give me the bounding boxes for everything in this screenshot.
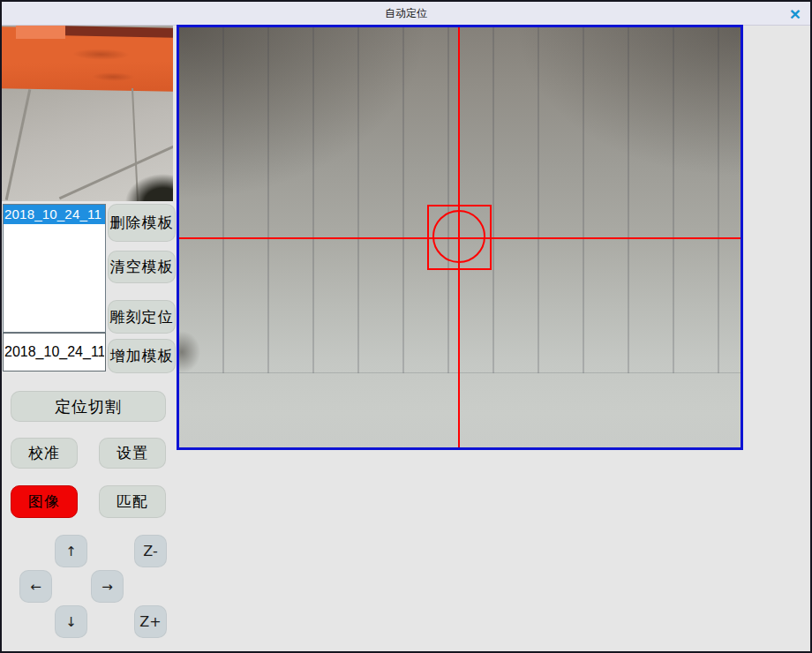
close-button[interactable]: ×	[784, 2, 807, 25]
clear-templates-button[interactable]: 清空模板	[108, 251, 176, 283]
jog-z-plus-button[interactable]: Z+	[134, 605, 167, 638]
z-minus-label: Z-	[143, 543, 157, 559]
settings-button[interactable]: 设置	[99, 438, 166, 469]
jog-left-button[interactable]: ←	[19, 570, 52, 603]
template-preview-image	[2, 26, 173, 201]
down-arrow-icon: ↓	[65, 614, 77, 630]
auto-locate-dialog: 自动定位 × 2018_10_24_11 删除模板 清空模板 雕刻定位 增加模板…	[0, 0, 812, 653]
jog-z-minus-button[interactable]: Z-	[134, 535, 167, 567]
jog-up-button[interactable]: ↑	[55, 535, 87, 567]
z-plus-label: Z+	[139, 613, 161, 630]
template-list-item[interactable]: 2018_10_24_11	[4, 205, 105, 224]
engrave-locate-button[interactable]: 雕刻定位	[108, 300, 176, 334]
title-bar: 自动定位 ×	[2, 2, 810, 26]
left-arrow-icon: ←	[30, 579, 41, 595]
image-button[interactable]: 图像	[11, 485, 78, 518]
dialog-title: 自动定位	[2, 2, 810, 25]
close-icon: ×	[790, 4, 801, 23]
thumbnail-dark-object	[125, 174, 173, 201]
jog-right-button[interactable]: →	[91, 570, 124, 603]
delete-template-button[interactable]: 删除模板	[108, 204, 176, 242]
thumbnail-light-orange-patch	[16, 26, 65, 39]
up-arrow-icon: ↑	[65, 544, 77, 559]
right-arrow-icon: →	[102, 579, 113, 595]
template-name-input[interactable]	[3, 333, 106, 372]
calibrate-button[interactable]: 校准	[11, 438, 78, 469]
thumbnail-tile-line	[5, 89, 32, 200]
target-circle	[432, 210, 485, 263]
ceiling-stripes	[179, 27, 741, 373]
camera-feed-image	[179, 27, 741, 447]
template-list[interactable]: 2018_10_24_11	[3, 204, 106, 333]
add-template-button[interactable]: 增加模板	[108, 339, 176, 373]
match-button[interactable]: 匹配	[99, 485, 166, 518]
jog-down-button[interactable]: ↓	[55, 605, 87, 638]
camera-view	[177, 25, 743, 450]
locate-cut-button[interactable]: 定位切割	[11, 391, 166, 422]
